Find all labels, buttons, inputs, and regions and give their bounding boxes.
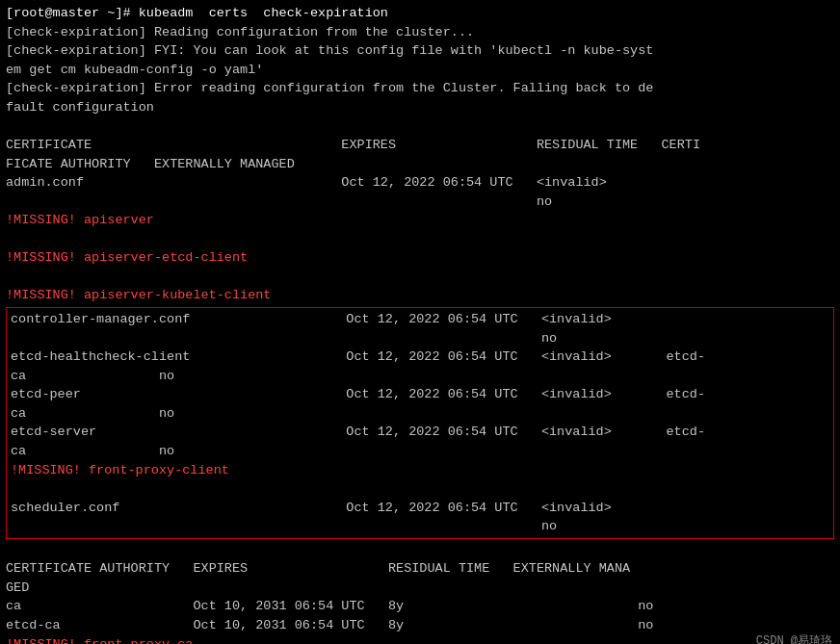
- output-error1: [check-expiration] Error reading configu…: [6, 79, 834, 98]
- etcd-server-ca: ca no: [11, 442, 829, 461]
- controller-manager-row: controller-manager.conf Oct 12, 2022 06:…: [11, 310, 829, 329]
- admin-conf-no: no: [6, 193, 834, 212]
- missing-front-proxy-client: !MISSING! front-proxy-client: [11, 461, 829, 480]
- table-header-2: FICATE AUTHORITY EXTERNALLY MANAGED: [6, 155, 834, 174]
- watermark: CSDN @易琦珞: [756, 633, 832, 644]
- command-line: [root@master ~]# kubeadm certs check-exp…: [6, 4, 834, 23]
- output-fyi1: [check-expiration] FYI: You can look at …: [6, 41, 834, 61]
- output-fyi2: em get cm kubeadm-config -o yaml': [6, 61, 834, 80]
- missing-apiserver: !MISSING! apiserver: [6, 211, 834, 230]
- missing-apiserver-kubelet: !MISSING! apiserver-kubelet-client: [6, 286, 834, 305]
- scheduler-conf-no: no: [11, 517, 829, 536]
- etcd-ca-row: etcd-ca Oct 10, 2031 06:54 UTC 8y no: [6, 616, 834, 635]
- blank-line-4: [6, 541, 834, 560]
- admin-conf-row: admin.conf Oct 12, 2022 06:54 UTC <inval…: [6, 173, 834, 193]
- etcd-peer-ca: ca no: [11, 404, 829, 424]
- etcd-healthcheck-ca: ca no: [11, 367, 829, 386]
- blank-line-1: [6, 116, 834, 136]
- controller-manager-no: no: [11, 329, 829, 348]
- output-reading: [check-expiration] Reading configuration…: [6, 23, 834, 42]
- etcd-server-row: etcd-server Oct 12, 2022 06:54 UTC <inva…: [11, 423, 829, 442]
- blank-line-2: [6, 230, 834, 249]
- output-error2: fault configuration: [6, 98, 834, 117]
- ca-header-1: CERTIFICATE AUTHORITY EXPIRES RESIDUAL T…: [6, 559, 834, 579]
- boxed-certs-section: controller-manager.conf Oct 12, 2022 06:…: [6, 307, 834, 539]
- terminal: [root@master ~]# kubeadm certs check-exp…: [0, 0, 840, 644]
- missing-front-proxy-ca: !MISSING! front-proxy-ca: [6, 635, 834, 644]
- ca-header-2: GED: [6, 579, 834, 598]
- scheduler-conf-row: scheduler.conf Oct 12, 2022 06:54 UTC <i…: [11, 499, 829, 518]
- table-header-1: CERTIFICATE EXPIRES RESIDUAL TIME CERTI: [6, 136, 834, 155]
- missing-apiserver-etcd: !MISSING! apiserver-etcd-client: [6, 248, 834, 268]
- blank-line-boxed: [11, 479, 829, 499]
- ca-row: ca Oct 10, 2031 06:54 UTC 8y no: [6, 597, 834, 616]
- etcd-healthcheck-row: etcd-healthcheck-client Oct 12, 2022 06:…: [11, 348, 829, 367]
- blank-line-3: [6, 268, 834, 287]
- etcd-peer-row: etcd-peer Oct 12, 2022 06:54 UTC <invali…: [11, 385, 829, 404]
